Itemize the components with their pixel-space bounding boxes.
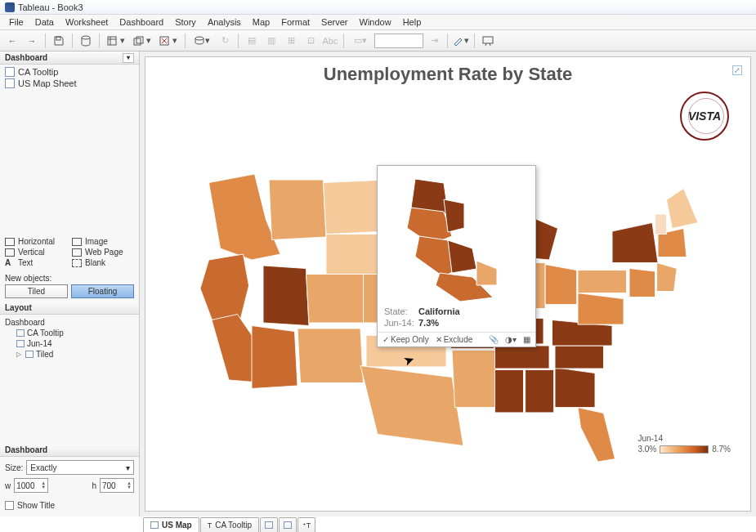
keep-only-button[interactable]: ✓Keep Only bbox=[382, 335, 429, 344]
sidebar: Dashboard ▾ CA Tooltip US Map Sheet Hori… bbox=[0, 51, 140, 516]
swap-button[interactable]: ▾ bbox=[190, 33, 214, 49]
dashboard-icon bbox=[284, 521, 292, 529]
presentation-button[interactable] bbox=[479, 33, 497, 49]
worksheet-icon bbox=[5, 67, 15, 77]
tree-tiled[interactable]: ▷Tiled bbox=[5, 349, 134, 360]
tooltip-state-value: California bbox=[418, 306, 460, 316]
new-story-tab[interactable]: ⁺T bbox=[297, 517, 315, 532]
close-icon: ✕ bbox=[436, 335, 442, 344]
group-icon[interactable]: 📎 bbox=[489, 335, 499, 344]
highlight-button[interactable]: ▾ bbox=[452, 33, 470, 49]
sheet-item-ca-tooltip[interactable]: CA Tooltip bbox=[2, 66, 137, 78]
legend-icon bbox=[16, 340, 25, 347]
obj-webpage[interactable]: Web Page bbox=[72, 248, 134, 257]
tooltip-info: State:California Jun-14:7.3% bbox=[378, 301, 535, 332]
svg-rect-5 bbox=[134, 38, 141, 45]
tree-ca[interactable]: CA Tooltip bbox=[5, 328, 134, 338]
menubar: File Data Worksheet Dashboard Story Anal… bbox=[0, 15, 756, 30]
panel-dropdown-icon[interactable]: ▾ bbox=[123, 53, 134, 63]
blank-icon bbox=[72, 259, 82, 267]
sort-desc-button[interactable]: ▥ bbox=[262, 33, 280, 49]
sheet-label: CA Tooltip bbox=[18, 67, 58, 77]
forward-button[interactable]: → bbox=[23, 33, 41, 49]
object-palette: Horizontal Image Vertical Web Page AText… bbox=[0, 234, 139, 270]
fix-axes-button[interactable]: ⇥ bbox=[425, 33, 443, 49]
width-input[interactable]: 1000▲▼ bbox=[14, 478, 48, 493]
fit-button[interactable]: ▭▾ bbox=[348, 33, 373, 49]
show-title-label: Show Title bbox=[17, 501, 55, 510]
tiled-toggle[interactable]: Tiled bbox=[5, 284, 68, 298]
menu-dashboard[interactable]: Dashboard bbox=[114, 16, 169, 29]
chevron-down-icon: ▾ bbox=[126, 463, 130, 472]
canvas: Unemployment Rate by State ⤢ VISTA bbox=[140, 51, 756, 516]
obj-image[interactable]: Image bbox=[72, 237, 134, 246]
sheet-icon bbox=[16, 329, 25, 337]
size-mode-select[interactable]: Exactly▾ bbox=[26, 460, 134, 475]
menu-story[interactable]: Story bbox=[169, 16, 202, 29]
image-icon bbox=[72, 238, 82, 246]
layout-tree: Dashboard CA Tooltip Jun-14 ▷Tiled bbox=[0, 315, 139, 362]
worksheet-icon bbox=[5, 78, 15, 88]
menu-data[interactable]: Data bbox=[29, 16, 60, 29]
maximize-icon[interactable]: ⤢ bbox=[732, 65, 742, 75]
new-dashboard-tab[interactable] bbox=[279, 517, 297, 532]
size-label: Size: bbox=[5, 463, 23, 472]
tab-us-map[interactable]: US Map bbox=[143, 517, 199, 532]
view-data-icon[interactable]: ▦ bbox=[523, 335, 530, 344]
tooltip-actions: ✓Keep Only ✕Exclude 📎 ◑▾ ▦ bbox=[378, 332, 535, 346]
clear-button[interactable]: ▾ bbox=[156, 33, 181, 49]
new-objects-label: New objects: bbox=[5, 274, 134, 283]
menu-analysis[interactable]: Analysis bbox=[202, 16, 247, 29]
menu-window[interactable]: Window bbox=[354, 16, 397, 29]
save-button[interactable] bbox=[50, 33, 68, 49]
app-logo-icon bbox=[5, 2, 15, 12]
totals-button[interactable]: ⊡ bbox=[302, 33, 320, 49]
floating-toggle[interactable]: Floating bbox=[71, 284, 134, 298]
legend-gradient bbox=[660, 445, 709, 454]
group-button[interactable]: ⊞ bbox=[282, 33, 300, 49]
window-titlebar: Tableau - Book3 bbox=[0, 0, 756, 15]
tab-ca-tooltip[interactable]: TCA Tooltip bbox=[200, 517, 259, 532]
obj-blank[interactable]: Blank bbox=[72, 258, 134, 267]
spinner-icon[interactable]: ▲▼ bbox=[41, 481, 46, 490]
new-datasource-button[interactable] bbox=[77, 33, 95, 49]
show-title-checkbox[interactable] bbox=[5, 501, 14, 510]
legend-min: 3.0% bbox=[637, 445, 656, 454]
text-icon: T bbox=[208, 521, 212, 530]
menu-server[interactable]: Server bbox=[315, 16, 353, 29]
spinner-icon[interactable]: ▲▼ bbox=[127, 481, 132, 490]
obj-horizontal[interactable]: Horizontal bbox=[5, 237, 67, 246]
height-input[interactable]: 700▲▼ bbox=[100, 478, 134, 493]
fit-input[interactable] bbox=[374, 34, 423, 48]
tooltip-date-value: 7.3% bbox=[418, 318, 439, 328]
expand-icon[interactable]: ▷ bbox=[16, 351, 23, 358]
menu-help[interactable]: Help bbox=[397, 16, 427, 29]
tree-jun[interactable]: Jun-14 bbox=[5, 338, 134, 349]
menu-map[interactable]: Map bbox=[247, 16, 275, 29]
visualization[interactable]: Unemployment Rate by State ⤢ VISTA bbox=[145, 56, 751, 512]
menu-file[interactable]: File bbox=[3, 16, 29, 29]
new-worksheet-tab[interactable] bbox=[260, 517, 278, 532]
refresh-button[interactable]: ↻ bbox=[216, 33, 234, 49]
set-icon[interactable]: ◑▾ bbox=[505, 335, 517, 344]
tooltip-state-key: State: bbox=[384, 306, 418, 317]
worksheet-icon bbox=[265, 521, 273, 529]
legend: Jun-14 3.0% 8.7% bbox=[637, 434, 731, 454]
new-worksheet-button[interactable]: ▾ bbox=[104, 33, 128, 49]
height-label: h bbox=[92, 481, 96, 490]
tooltip-mini-map bbox=[378, 166, 535, 301]
sheet-item-us-map[interactable]: US Map Sheet bbox=[2, 78, 137, 89]
dashboard-panel-title: Dashboard bbox=[5, 53, 47, 62]
svg-rect-0 bbox=[56, 37, 60, 40]
back-button[interactable]: ← bbox=[3, 33, 21, 49]
duplicate-button[interactable]: ▾ bbox=[130, 33, 154, 49]
labels-button[interactable]: Abc bbox=[321, 33, 339, 49]
exclude-button[interactable]: ✕Exclude bbox=[436, 335, 473, 344]
obj-vertical[interactable]: Vertical bbox=[5, 248, 67, 257]
menu-worksheet[interactable]: Worksheet bbox=[60, 16, 114, 29]
obj-text[interactable]: AText bbox=[5, 258, 67, 267]
sort-asc-button[interactable]: ▤ bbox=[243, 33, 261, 49]
menu-format[interactable]: Format bbox=[275, 16, 315, 29]
dashboard-icon bbox=[150, 521, 159, 529]
tree-root[interactable]: Dashboard bbox=[5, 317, 134, 328]
